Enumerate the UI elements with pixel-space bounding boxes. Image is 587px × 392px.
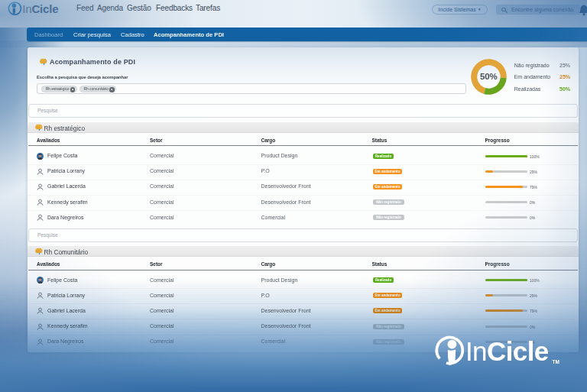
svg-text:InCicle: InCicle <box>22 2 58 15</box>
svg-text:TM: TM <box>553 359 559 364</box>
svg-text:InCicle: InCicle <box>465 336 549 366</box>
